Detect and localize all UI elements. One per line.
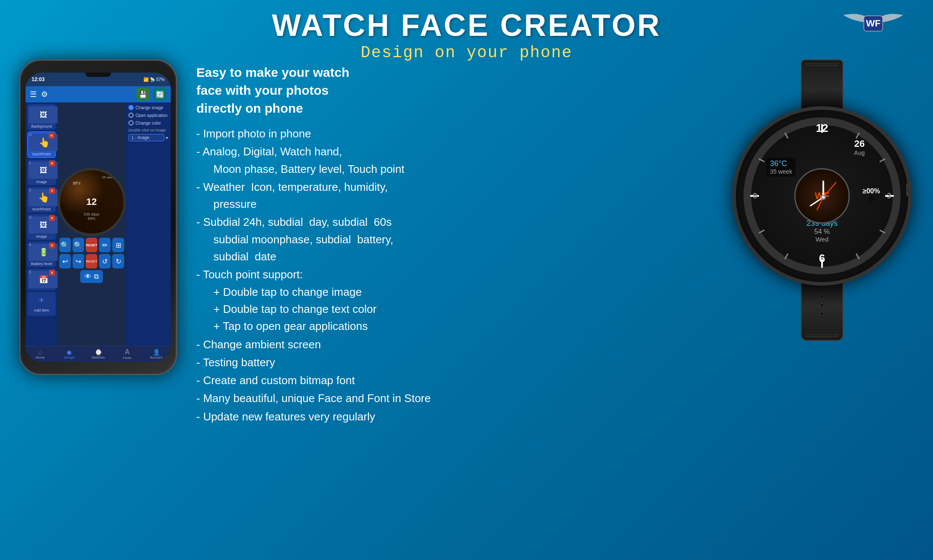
layer-2[interactable]: 2 ✕ 👆 touchPoint <box>27 187 56 213</box>
layer-bg-label: Background <box>29 124 55 128</box>
save-button[interactable]: 💾 <box>137 88 149 101</box>
option-open-app[interactable]: Open application <box>128 113 168 118</box>
layer-2-num: 2 <box>29 188 31 192</box>
option-change-image-label: Change image <box>136 105 163 110</box>
app-bar: ☰ ⚙ 💾 🔄 <box>26 86 171 102</box>
save-icon: 💾 <box>139 90 147 99</box>
nav-watches[interactable]: ⌚ Watches <box>84 349 113 359</box>
add-item-button[interactable]: + Add item <box>27 292 56 316</box>
big-watch: 12 3 6 9 26 Aug 36°C 35 week <box>728 59 916 341</box>
battery-status: 57% <box>156 77 165 82</box>
wifi-icon: 📶 <box>143 77 149 82</box>
phone-outer: 12:03 📶 📡 57% ☰ ⚙ 💾 🔄 <box>19 59 177 375</box>
watch-case: 12 3 6 9 26 Aug 36°C 35 week <box>732 106 912 286</box>
layer-5[interactable]: 5 ✕ 📅 <box>27 269 56 290</box>
grid-btn[interactable]: ⊞ <box>112 238 124 252</box>
layer-1-num: 1 <box>29 160 31 165</box>
watch-temp-display: 20°c <box>73 181 81 185</box>
option-change-color[interactable]: Change color <box>128 120 168 125</box>
svg-line-21 <box>823 182 836 197</box>
right-watch-container: 12 3 6 9 26 Aug 36°C 35 week <box>724 59 920 341</box>
layer-bg-icon: 🖼 <box>29 106 58 123</box>
layer-4[interactable]: 4 ✕ 🔋 Battery level <box>27 242 56 267</box>
edit-text-btn[interactable]: ✏ <box>99 238 111 252</box>
watch-dial: 12 3 6 9 26 Aug 36°C 35 week <box>741 115 903 277</box>
watch-preview-area: 20°c 05 week 12 035 days89% 🔍 <box>58 102 126 346</box>
layer-4-delete[interactable]: ✕ <box>49 242 55 248</box>
undo-btn[interactable]: ↩ <box>59 254 71 268</box>
app-content: 🖼 Background 0 ✕ 👆 touchPoint 1 <box>26 102 171 346</box>
layer-0[interactable]: 0 ✕ 👆 touchPoint <box>27 131 56 158</box>
watch-day-label: Wed <box>806 236 837 243</box>
hour-9-label: 9 <box>753 192 757 201</box>
watch-date-display: 26 Aug <box>854 138 865 156</box>
reset-btn[interactable]: RESET <box>86 254 97 268</box>
nav-account[interactable]: 👤 Account <box>142 349 171 359</box>
nav-design[interactable]: ◉ Design <box>55 349 84 359</box>
weather-icon-display: ⛈ <box>863 196 880 205</box>
refresh-button[interactable]: 🔄 <box>154 88 166 101</box>
svg-point-24 <box>822 196 825 198</box>
intro-line2: face with your photos <box>196 83 329 97</box>
layer-background[interactable]: 🖼 Background <box>27 104 56 130</box>
feature-2: - Analog, Digital, Watch hand,Moon phase… <box>196 143 711 178</box>
layer-1-label: Image <box>29 180 55 184</box>
feature-7: - Testing battery <box>196 354 711 371</box>
option-open-app-label: Open application <box>136 113 168 118</box>
watch-center-circle: WF <box>794 168 850 224</box>
feature-9: - Many beautiful, unique Face and Font i… <box>196 390 711 407</box>
option-change-color-label: Change color <box>136 121 161 125</box>
app-title: WATCH FACE CREATOR <box>0 8 933 43</box>
layer-4-label: Battery level <box>29 262 55 266</box>
watch-week: 35 week <box>770 168 792 175</box>
eye-icon[interactable]: 👁 <box>85 273 91 280</box>
main-layout: 12:03 📶 📡 57% ☰ ⚙ 💾 🔄 <box>0 64 933 560</box>
layer-0-delete[interactable]: ✕ <box>49 133 55 139</box>
layer-1[interactable]: 1 ✕ 🖼 Image <box>27 160 56 185</box>
nav-fonts[interactable]: A Fonts <box>113 348 142 360</box>
header: WF WATCH FACE CREATOR Design on your pho… <box>0 0 933 64</box>
zoom-out-btn[interactable]: 🔍 <box>59 238 71 252</box>
hour-12-label: 12 <box>816 122 828 135</box>
image-dropdown[interactable]: 1 - Image <box>128 134 164 141</box>
phone-notch <box>85 73 111 77</box>
copy-icon[interactable]: ⧉ <box>94 273 99 280</box>
feature-5: - Touch point support:+ Double tap to ch… <box>196 266 711 335</box>
feature-8: - Create and custom bitmap font <box>196 372 711 389</box>
nav-home-label: Home <box>35 356 44 359</box>
rotate-right-btn[interactable]: ↻ <box>112 254 124 268</box>
watch-battery-right-value: ≥00% <box>863 187 880 195</box>
option-change-image[interactable]: Change image <box>128 105 168 110</box>
watch-band-bottom <box>801 281 843 341</box>
watch-days-display: 035 days89% <box>84 212 99 221</box>
layer-3-delete[interactable]: ✕ <box>49 215 55 221</box>
settings-icon[interactable]: ⚙ <box>41 90 48 99</box>
radio-change-image <box>128 105 134 110</box>
signal-icon: 📡 <box>150 77 155 82</box>
layer-5-delete[interactable]: ✕ <box>49 270 55 276</box>
watch-battery-pct: 54 % <box>806 228 837 236</box>
feature-10: - Update new features very regularly <box>196 408 711 425</box>
layer-3[interactable]: 3 ✕ 🖼 Image <box>27 214 56 240</box>
layer-5-num: 5 <box>29 270 31 274</box>
hamburger-icon[interactable]: ☰ <box>30 90 37 99</box>
watch-crown <box>907 183 912 196</box>
redo-btn[interactable]: ↪ <box>73 254 84 268</box>
nav-fonts-label: Fonts <box>123 356 131 360</box>
layer-2-delete[interactable]: ✕ <box>49 188 55 194</box>
layer-3-num: 3 <box>29 215 31 219</box>
layer-1-delete[interactable]: ✕ <box>49 160 55 166</box>
feature-list: - Import photo in phone - Analog, Digita… <box>196 125 711 425</box>
nav-account-label: Account <box>150 356 163 359</box>
watch-face-inner: 20°c 05 week 12 035 days89% <box>60 170 123 233</box>
rotate-left-btn[interactable]: ↺ <box>99 254 111 268</box>
watch-center-info: 36°C 35 week <box>767 158 796 177</box>
toolbar-extra: 👁 ⧉ <box>58 270 126 285</box>
phone-screen: 12:03 📶 📡 57% ☰ ⚙ 💾 🔄 <box>26 73 171 362</box>
reset-zoom-btn[interactable]: RESET <box>86 238 97 252</box>
watch-button-1 <box>907 166 912 174</box>
zoom-in-btn[interactable]: 🔍 <box>73 238 84 252</box>
nav-home[interactable]: ⌂ Home <box>26 349 55 359</box>
layer-4-num: 4 <box>29 242 31 247</box>
dropdown-row: 1 - Image ▾ <box>128 134 168 141</box>
